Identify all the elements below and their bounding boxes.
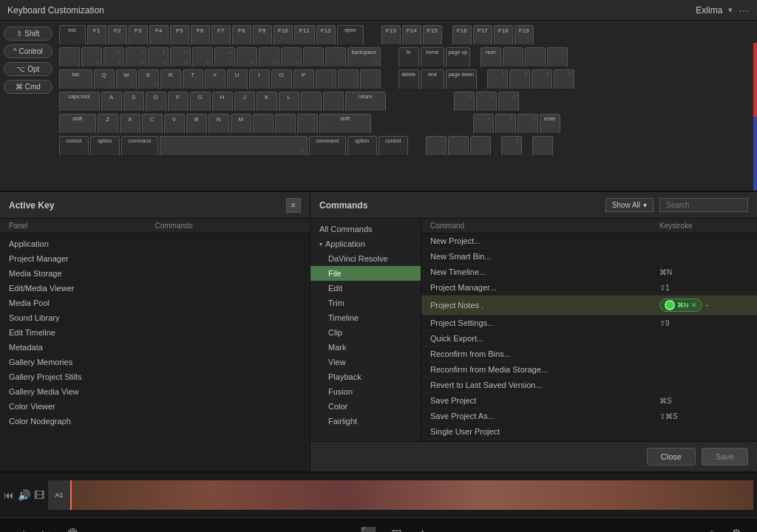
new-smart-bin-item[interactable]: New Smart Bin... (421, 249, 757, 265)
num-slash-key[interactable]: / (525, 47, 546, 68)
davinci-resolve-category[interactable]: DaVinci Resolve (310, 251, 421, 266)
cmd-button[interactable]: ⌘ Cmd (4, 80, 52, 94)
f17-key[interactable]: F17 (473, 25, 492, 46)
fusion-category[interactable]: Fusion (310, 384, 421, 399)
f3-key[interactable]: F3 (129, 25, 148, 46)
3-key[interactable]: #3 (126, 47, 146, 68)
reconfirm-bins-item[interactable]: Reconfirm from Bins... (421, 347, 757, 362)
edit-category[interactable]: Edit (310, 281, 421, 296)
g-key[interactable]: G (190, 92, 211, 112)
r-key[interactable]: R (160, 69, 181, 90)
quick-export-item[interactable]: Quick Export... (421, 331, 757, 347)
f14-key[interactable]: F14 (402, 25, 421, 46)
f9-key[interactable]: F9 (253, 25, 272, 46)
list-item[interactable]: Color Viewer (0, 399, 310, 414)
application-category[interactable]: ▾ Application (310, 236, 421, 251)
a-key[interactable]: A (101, 92, 122, 112)
f-key[interactable]: F (168, 92, 189, 112)
t-key[interactable]: T (183, 69, 203, 90)
k-key[interactable]: K (257, 92, 277, 112)
list-item[interactable]: Application (0, 236, 310, 251)
opt-button[interactable]: ⌥ Opt (4, 62, 52, 76)
timeline-audio-icon[interactable]: 🔊 (18, 489, 30, 501)
lcontrol-key[interactable]: control (59, 136, 89, 157)
l-key[interactable]: L (279, 92, 299, 112)
list-item[interactable]: Project Manager (0, 251, 310, 266)
s-key[interactable]: S2 (123, 92, 144, 112)
numenter-key[interactable]: enter (540, 114, 560, 134)
close-button[interactable]: Close (647, 448, 696, 466)
p-key[interactable]: P (293, 69, 314, 90)
period-key[interactable]: >. (275, 114, 296, 134)
settings-icon[interactable]: ⚙ (730, 526, 742, 533)
f5-key[interactable]: F5 (170, 25, 189, 46)
lcommand-key[interactable]: command (121, 136, 158, 157)
num1-key[interactable]: A (473, 114, 494, 134)
num0-key[interactable]: 0 (501, 136, 522, 157)
num9-key[interactable]: 9 (532, 69, 552, 90)
active-key-menu-btn[interactable]: ≡ (286, 198, 301, 213)
0-key[interactable]: )0 (281, 47, 302, 68)
backslash-key[interactable]: |\ (360, 69, 381, 90)
rbracket-key[interactable]: }] (338, 69, 359, 90)
num8-key[interactable]: 8 (509, 69, 530, 90)
project-settings-item[interactable]: Project Settings... ⇧9 (421, 316, 757, 331)
open-key[interactable]: open (337, 25, 364, 46)
f13-key[interactable]: F13 (381, 25, 401, 46)
show-all-dropdown[interactable]: Show All ▾ (605, 198, 654, 212)
playback-category[interactable]: Playback (310, 369, 421, 384)
view-category[interactable]: View (310, 355, 421, 369)
minus-key[interactable]: _- (303, 47, 324, 68)
file-category[interactable]: File (310, 266, 421, 281)
1-key[interactable]: !1 (81, 47, 102, 68)
f2-key[interactable]: F2 (108, 25, 127, 46)
num5-key[interactable]: 4 (476, 92, 497, 112)
list-item[interactable]: Metadata (0, 340, 310, 355)
timeline-track[interactable]: A1 (48, 480, 753, 510)
new-project-item[interactable]: New Project... (421, 233, 757, 249)
shift-button[interactable]: ⇧ Shift (4, 27, 52, 41)
redo-icon[interactable]: ↪ (41, 526, 52, 533)
fn-key[interactable]: fn (398, 47, 419, 68)
f11-key[interactable]: F11 (294, 25, 315, 46)
numdot-key[interactable]: . (532, 136, 553, 157)
revert-item[interactable]: Revert to Last Saved Version... (421, 378, 757, 393)
comma-key[interactable]: <, (253, 114, 274, 134)
save-project-item[interactable]: Save Project ⌘S (421, 393, 757, 409)
lbracket-key[interactable]: {[ (316, 69, 336, 90)
f7-key[interactable]: F7 (211, 25, 231, 46)
quote-key[interactable]: "' (323, 92, 344, 112)
arrow-left-key[interactable]: ←3 (426, 136, 447, 157)
fairlight-category[interactable]: Fairlight (310, 414, 421, 429)
f15-key[interactable]: F15 (423, 25, 442, 46)
end-key[interactable]: end (421, 69, 444, 90)
list-item[interactable]: Edit Timeline (0, 325, 310, 340)
all-commands-category[interactable]: All Commands (310, 222, 421, 236)
title-bar-menu[interactable]: ··· (739, 4, 750, 16)
list-item[interactable]: Gallery Project Stills (0, 369, 310, 384)
c-key[interactable]: C (142, 114, 163, 134)
d-key[interactable]: D1 (146, 92, 166, 112)
control-button[interactable]: ^ Control (4, 44, 52, 58)
pagedown-key[interactable]: page down (446, 69, 477, 90)
capslock-key[interactable]: caps lock (59, 92, 100, 112)
delete-key[interactable]: delete (398, 69, 419, 90)
f8-key[interactable]: F8 (232, 25, 251, 46)
project-manager-item[interactable]: Project Manager... ⇧1 (421, 280, 757, 296)
u-key[interactable]: U (227, 69, 248, 90)
9-key[interactable]: (9 (259, 47, 279, 68)
e-key[interactable]: E3 (138, 69, 159, 90)
home-key[interactable]: home (421, 47, 444, 68)
b-key[interactable]: B (186, 114, 207, 134)
f4-key[interactable]: F4 (149, 25, 169, 46)
f1-key[interactable]: F1 (87, 25, 106, 46)
undo-icon[interactable]: ↩ (15, 526, 26, 533)
new-timeline-item[interactable]: New Timeline... ⌘N (421, 265, 757, 280)
save-button[interactable]: Save (702, 448, 748, 466)
h-key[interactable]: H (212, 92, 233, 112)
z-key[interactable]: Z (98, 114, 118, 134)
roption-key[interactable]: option (347, 136, 377, 157)
num-eq-key[interactable]: = (503, 47, 523, 68)
q-key[interactable]: Q1 (94, 69, 115, 90)
trim-category[interactable]: Trim (310, 296, 421, 310)
